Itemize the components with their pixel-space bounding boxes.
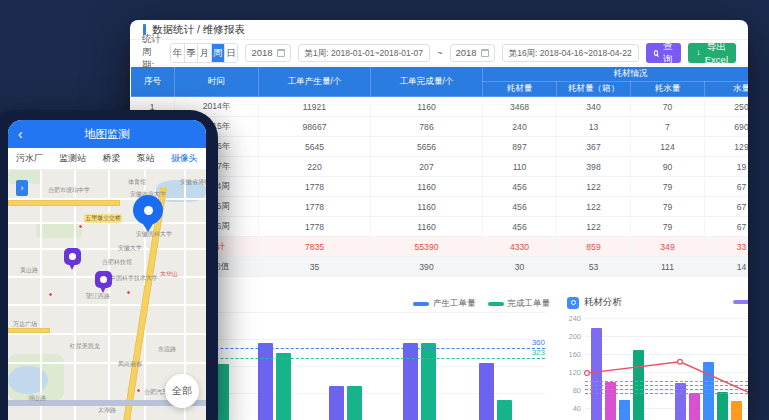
legend-item-created[interactable]: 产生工单量	[413, 298, 476, 310]
table-cell: 33	[705, 237, 749, 257]
table-cell: 7835	[259, 237, 371, 257]
table-cell: 1160	[371, 217, 483, 237]
map-label: 凤尚丽都	[118, 360, 142, 369]
table-row: 6第15周177811604561227967	[131, 197, 749, 217]
work-order-chart-legend: 产生工单量 完成工单量	[413, 298, 550, 310]
download-icon: ↓	[696, 48, 701, 57]
map-all-button[interactable]: 全部	[165, 374, 199, 408]
filter-label: 统计周期:	[142, 33, 163, 72]
y-axis-tick: 240	[565, 314, 581, 323]
query-button[interactable]: 查询	[646, 43, 682, 63]
table-cell: 30	[483, 257, 557, 277]
col-header-completed: 工单完成量/个	[371, 67, 483, 97]
table-cell: 67	[705, 217, 749, 237]
table-row: 12014年119211160346834070250	[131, 97, 749, 117]
col-header-created: 工单产生量/个	[259, 67, 371, 97]
map-view[interactable]: › 全部 合肥市琥珀中学体育馆安徽农业大学安徽省博物馆五里墩立交桥安徽医科大学黄…	[8, 170, 206, 420]
range-separator: ~	[437, 47, 443, 58]
table-cell: 13	[557, 117, 631, 137]
period-segmented-control: 年 季 月 周 日	[170, 43, 239, 63]
query-button-label: 查询	[662, 40, 673, 66]
end-year-picker[interactable]: 2018	[450, 44, 495, 62]
tab-摄像头[interactable]: 摄像头	[171, 152, 198, 165]
material-chart: 耗材分析 2402001601208040	[565, 276, 748, 420]
location-pin[interactable]	[133, 195, 163, 225]
pie-chart-icon	[567, 297, 579, 309]
table-cell: 55390	[371, 237, 483, 257]
app-title: 地图监测	[84, 127, 130, 142]
table-cell: 110	[483, 157, 557, 177]
map-road	[8, 362, 206, 364]
table-cell: 207	[371, 157, 483, 177]
tab-泵站[interactable]: 泵站	[137, 152, 155, 165]
map-label: 湖山路	[28, 394, 46, 403]
table-cell: 1778	[259, 177, 371, 197]
material-chart-legend-sliver	[733, 300, 748, 304]
material-chart-title: 耗材分析	[567, 296, 622, 309]
tab-污水厂[interactable]: 污水厂	[16, 152, 43, 165]
period-quarter[interactable]: 季	[184, 44, 197, 62]
table-row: 32016年56455656897367124129	[131, 137, 749, 157]
map-label: 太湖路	[98, 406, 116, 415]
table-cell: 5645	[259, 137, 371, 157]
map-expand-button[interactable]: ›	[16, 180, 28, 196]
table-cell: 79	[631, 197, 705, 217]
table-cell: 35	[259, 257, 371, 277]
table-cell: 1778	[259, 217, 371, 237]
map-label: 安徽医科大学	[136, 230, 172, 239]
app-header: ‹ 地图监测	[8, 120, 206, 148]
period-day[interactable]: 日	[224, 44, 237, 62]
table-cell: 1160	[371, 177, 483, 197]
table-cell: 122	[557, 197, 631, 217]
phone-mockup: ‹ 地图监测 污水厂监测站桥梁泵站摄像头	[0, 110, 218, 420]
table-row: 22015年98667786240137690	[131, 117, 749, 137]
map-main-road	[8, 200, 120, 206]
start-year-picker[interactable]: 2018	[245, 44, 290, 62]
period-week[interactable]: 周	[211, 44, 224, 62]
y-axis-tick: 80	[565, 386, 581, 395]
table-cell: 14	[705, 257, 749, 277]
map-label: 合肥市琥珀中学	[48, 186, 90, 195]
filter-bar: 统计周期: 年 季 月 周 日 2018 第1周: 2018-01-01~201…	[130, 40, 748, 66]
table-cell: 122	[557, 217, 631, 237]
table-cell: 690	[705, 117, 749, 137]
tab-桥梁[interactable]: 桥梁	[102, 152, 120, 165]
y-axis-tick: 160	[565, 350, 581, 359]
tab-监测站[interactable]: 监测站	[59, 152, 86, 165]
table-cell: 367	[557, 137, 631, 157]
camera-pin[interactable]	[95, 271, 112, 288]
legend-label-created: 产生工单量	[433, 298, 476, 310]
table-row: 5第14周177811604561227967	[131, 177, 749, 197]
table-cell: 390	[371, 257, 483, 277]
calendar-icon	[481, 49, 489, 57]
period-month[interactable]: 月	[197, 44, 210, 62]
table-cell: 11921	[259, 97, 371, 117]
legend-swatch-completed	[488, 302, 504, 306]
period-year[interactable]: 年	[171, 44, 184, 62]
col-group-header-materials: 耗材情况	[483, 67, 749, 82]
export-excel-button[interactable]: ↓ 导出Excel	[688, 43, 736, 63]
back-chevron-icon[interactable]: ‹	[18, 127, 23, 141]
map-label: 体育馆	[128, 178, 146, 187]
table-cell: 786	[371, 117, 483, 137]
table-cell: 98667	[259, 117, 371, 137]
map-label: 东流路	[158, 345, 176, 354]
map-road	[8, 304, 206, 306]
subcol-header-4: 水量	[705, 82, 749, 97]
end-week-input[interactable]: 第16周: 2018-04-16~2018-04-22	[502, 44, 639, 62]
dashboard-window: 数据统计 / 维修报表 统计周期: 年 季 月 周 日 2018 第1周: 20…	[130, 20, 748, 420]
legend-label-completed: 完成工单量	[508, 298, 551, 310]
bar	[497, 400, 512, 420]
table-cell: 456	[483, 177, 557, 197]
table-cell: 1160	[371, 97, 483, 117]
legend-item-completed[interactable]: 完成工单量	[488, 298, 551, 310]
subcol-header-2: 耗材量（箱）	[557, 82, 631, 97]
table-cell: 67	[705, 197, 749, 217]
start-week-input[interactable]: 第1周: 2018-01-01~2018-01-07	[298, 44, 430, 62]
camera-pin[interactable]	[64, 248, 81, 265]
map-label: 红星美凯龙	[70, 342, 100, 351]
bar	[258, 343, 273, 420]
map-label: 大华山	[160, 270, 178, 279]
bar	[403, 343, 418, 420]
bar	[421, 343, 436, 420]
